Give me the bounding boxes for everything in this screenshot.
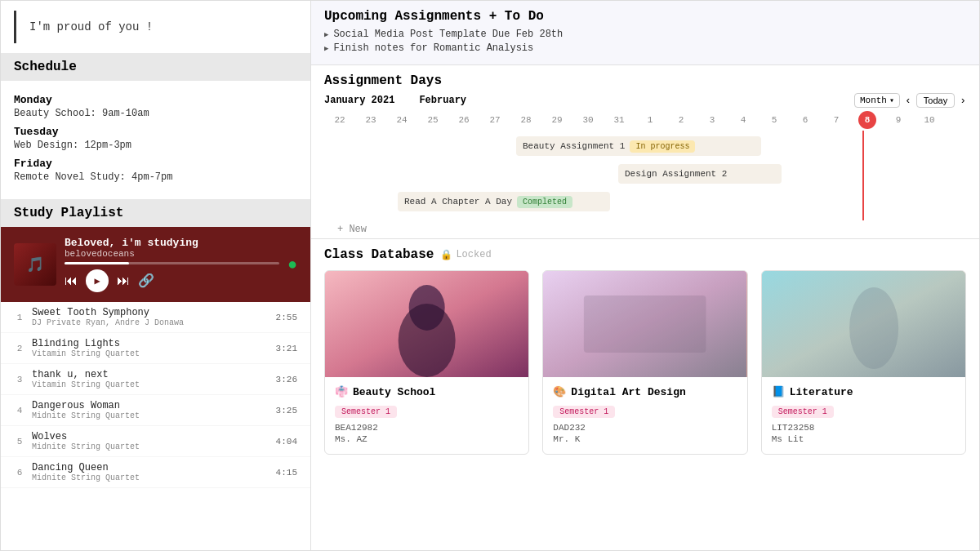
upcoming-item-1: Social Media Post Template Due Feb 28th	[324, 29, 966, 40]
track-name-2: Blinding Lights	[32, 338, 270, 349]
schedule-item-tuesday: Web Design: 12pm-3pm	[14, 140, 297, 151]
track-num-4: 4	[14, 406, 25, 415]
design-teacher: Mr. K	[553, 434, 737, 444]
schedule-day-monday: Monday	[14, 94, 297, 106]
calendar-month-jan: January 2021	[324, 95, 394, 106]
track-artist-6: Midnite String Quartet	[32, 473, 270, 482]
card-body-design: 🎨 Digital Art Design Semester 1 DAD232 M…	[543, 377, 746, 454]
cal-date-31: 31	[604, 115, 635, 125]
cal-date-10: 10	[914, 115, 945, 125]
track-name-5: Wolves	[32, 431, 270, 442]
design-title-text: Digital Art Design	[571, 386, 685, 398]
track-info-4: Dangerous Woman Midnite String Quartet	[32, 400, 270, 420]
cal-date-3: 3	[697, 115, 728, 125]
player-info: Beloved, i'm studying belovedoceans ⏮ ▶ …	[65, 237, 279, 292]
quote-text: I'm proud of you !	[29, 20, 153, 33]
next-month-icon[interactable]: ›	[960, 95, 966, 107]
track-name-4: Dangerous Woman	[32, 400, 270, 411]
card-title-design: 🎨 Digital Art Design	[553, 385, 737, 398]
month-dropdown[interactable]: Month ▾	[854, 93, 900, 108]
calendar-date-row: 22 23 24 25 26 27 28 29 30 31 1 2 3 4 5 …	[324, 111, 966, 129]
track-num-6: 6	[14, 468, 25, 478]
cal-date-29: 29	[541, 115, 572, 125]
upcoming-item-1-text: Social Media Post Template Due Feb 28th	[333, 29, 563, 40]
track-duration-2: 3:21	[276, 344, 297, 353]
track-info-1: Sweet Tooth Symphony DJ Private Ryan, An…	[32, 307, 270, 327]
player-controls: ⏮ ▶ ⏭ 🔗	[65, 269, 279, 292]
track-duration-6: 4:15	[276, 468, 297, 478]
card-body-lit: 📘 Literature Semester 1 LIT23258 Ms Lit	[762, 377, 965, 454]
prev-icon[interactable]: ⏮	[65, 273, 78, 289]
track-row-2[interactable]: 2 Blinding Lights Vitamin String Quartet…	[1, 333, 310, 364]
cal-date-25: 25	[417, 115, 448, 125]
spotify-icon: ●	[287, 256, 297, 274]
lit-title-text: Literature	[790, 386, 853, 398]
cal-date-23: 23	[355, 115, 386, 125]
design-icon: 🎨	[553, 385, 566, 398]
schedule-item-monday: Beauty School: 9am-10am	[14, 108, 297, 119]
schedule-day-tuesday: Tuesday	[14, 126, 297, 138]
share-icon[interactable]: 🔗	[138, 273, 154, 289]
card-body-beauty: 👘 Beauty School Semester 1 BEA12982 Ms. …	[325, 377, 528, 454]
design-semester: Semester 1	[553, 406, 615, 418]
assignment-days-section: Assignment Days January 2021 February Mo…	[311, 65, 979, 239]
next-icon[interactable]: ⏭	[117, 273, 130, 289]
track-row-6[interactable]: 6 Dancing Queen Midnite String Quartet 4…	[1, 457, 310, 488]
class-card-design[interactable]: 🎨 Digital Art Design Semester 1 DAD232 M…	[542, 270, 747, 455]
class-card-beauty[interactable]: 👘 Beauty School Semester 1 BEA12982 Ms. …	[324, 270, 529, 455]
player-song-title: Beloved, i'm studying	[65, 237, 279, 249]
card-image-design	[543, 271, 746, 377]
beauty-code: BEA12982	[335, 423, 519, 433]
cal-date-4: 4	[728, 115, 759, 125]
track-name-1: Sweet Tooth Symphony	[32, 307, 270, 318]
gantt-bar-beauty[interactable]: Beauty Assignment 1 In progress	[516, 136, 761, 156]
card-image-beauty	[325, 271, 528, 377]
track-artist-4: Midnite String Quartet	[32, 411, 270, 420]
track-row-5[interactable]: 5 Wolves Midnite String Quartet 4:04	[1, 426, 310, 457]
today-button[interactable]: Today	[916, 93, 955, 108]
cal-date-9: 9	[883, 115, 914, 125]
today-line	[862, 131, 864, 220]
calendar-controls: Month ▾ ‹ Today ›	[854, 93, 966, 108]
cal-date-28: 28	[510, 115, 541, 125]
gantt-badge-read: Completed	[517, 196, 572, 208]
class-cards: 👘 Beauty School Semester 1 BEA12982 Ms. …	[324, 270, 966, 455]
cal-date-5: 5	[759, 115, 790, 125]
svg-point-2	[399, 304, 456, 377]
track-row-4[interactable]: 4 Dangerous Woman Midnite String Quartet…	[1, 395, 310, 426]
prev-month-icon[interactable]: ‹	[905, 95, 911, 107]
lit-semester: Semester 1	[772, 406, 834, 418]
track-num-2: 2	[14, 344, 25, 353]
design-code: DAD232	[553, 423, 737, 433]
upcoming-item-2: Finish notes for Romantic Analysis	[324, 42, 966, 54]
track-row-1[interactable]: 1 Sweet Tooth Symphony DJ Private Ryan, …	[1, 302, 310, 333]
lock-status: 🔒 Locked	[440, 249, 491, 261]
play-button[interactable]: ▶	[86, 269, 109, 292]
cal-date-6: 6	[790, 115, 821, 125]
class-card-lit[interactable]: 📘 Literature Semester 1 LIT23258 Ms Lit	[761, 270, 966, 455]
new-row-button[interactable]: + New	[324, 220, 966, 238]
class-db-title: Class Database 🔒 Locked	[324, 247, 966, 262]
svg-point-6	[849, 287, 898, 369]
gantt-bar-read[interactable]: Read A Chapter A Day Completed	[398, 192, 610, 211]
cal-date-26: 26	[448, 115, 479, 125]
track-info-5: Wolves Midnite String Quartet	[32, 431, 270, 451]
beauty-semester: Semester 1	[335, 406, 397, 418]
track-row-3[interactable]: 3 thank u, next Vitamin String Quartet 3…	[1, 364, 310, 395]
gantt-label-design: Design Assignment 2	[625, 169, 727, 179]
gantt-area: Beauty Assignment 1 In progress Design A…	[324, 131, 966, 220]
progress-bar[interactable]	[65, 262, 279, 264]
player-artist: belovedoceans	[65, 249, 279, 259]
gantt-badge-beauty: In progress	[630, 140, 695, 153]
gantt-row-design: Design Assignment 2	[324, 162, 966, 186]
calendar-month-feb: February	[419, 95, 466, 106]
app-container: I'm proud of you ! Schedule Monday Beaut…	[0, 0, 980, 551]
track-duration-4: 3:25	[276, 406, 297, 415]
gantt-row-beauty: Beauty Assignment 1 In progress	[324, 134, 966, 158]
gantt-bar-design[interactable]: Design Assignment 2	[618, 164, 782, 184]
track-artist-2: Vitamin String Quartet	[32, 349, 270, 358]
class-db-title-text: Class Database	[324, 247, 434, 262]
upcoming-item-2-text: Finish notes for Romantic Analysis	[333, 42, 533, 54]
track-name-3: thank u, next	[32, 369, 270, 380]
calendar-header: January 2021 February Month ▾ ‹ Today ›	[324, 93, 966, 108]
